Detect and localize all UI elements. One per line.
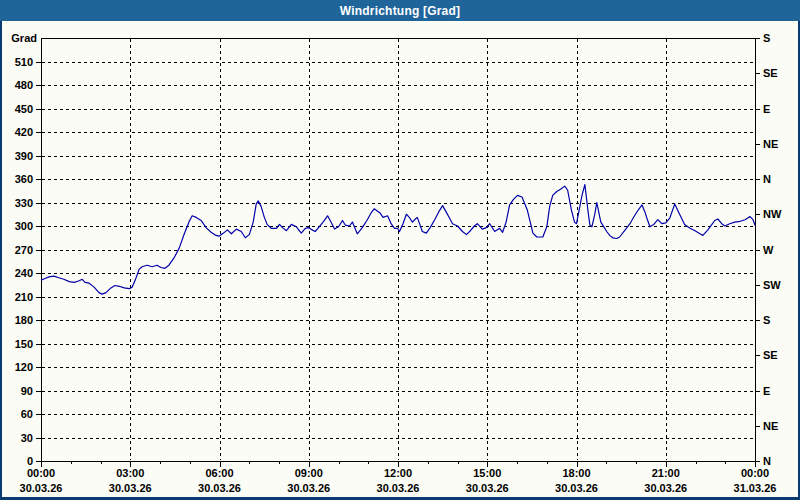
y-axis-tick-label: 390 <box>15 150 33 162</box>
x-axis-date-label: 30.03.26 <box>555 482 598 494</box>
y-axis-tick-label: 210 <box>15 291 33 303</box>
x-axis-time-label: 00:00 <box>741 467 769 479</box>
y-axis-tick-label: 30 <box>21 432 33 444</box>
y-axis-tick-label: 60 <box>21 408 33 420</box>
x-axis-date-label: 30.03.26 <box>109 482 152 494</box>
y-axis-tick-label: 180 <box>15 314 33 326</box>
x-axis-time-label: 21:00 <box>652 467 680 479</box>
compass-label: E <box>763 103 770 115</box>
compass-label: NE <box>763 138 778 150</box>
x-axis-date-label: 30.03.26 <box>466 482 509 494</box>
compass-label: SW <box>763 279 781 291</box>
chart-window: Windrichtung [Grad] Grad 030609012015018… <box>0 0 800 500</box>
x-axis-time-label: 18:00 <box>562 467 590 479</box>
x-axis-date-label: 30.03.26 <box>287 482 330 494</box>
y-axis-tick-label: 150 <box>15 338 33 350</box>
wind-direction-chart: 0306090120150180210240270300330360390420… <box>0 0 800 500</box>
y-axis-tick-label: 510 <box>15 56 33 68</box>
x-axis-date-label: 31.03.26 <box>734 482 777 494</box>
y-axis-tick-label: 420 <box>15 126 33 138</box>
y-axis-tick-label: 240 <box>15 267 33 279</box>
x-axis-date-label: 30.03.26 <box>198 482 241 494</box>
y-axis-tick-label: 270 <box>15 244 33 256</box>
compass-label: SE <box>763 349 778 361</box>
compass-label: SE <box>763 67 778 79</box>
x-axis-time-label: 09:00 <box>295 467 323 479</box>
y-axis-tick-label: 360 <box>15 173 33 185</box>
compass-label: W <box>763 244 774 256</box>
y-axis-tick-label: 450 <box>15 103 33 115</box>
y-axis-tick-label: 330 <box>15 197 33 209</box>
x-axis-time-label: 12:00 <box>384 467 412 479</box>
x-axis-date-label: 30.03.26 <box>377 482 420 494</box>
y-axis-tick-label: 300 <box>15 220 33 232</box>
compass-label: NE <box>763 420 778 432</box>
x-axis-time-label: 06:00 <box>205 467 233 479</box>
compass-label: N <box>763 455 771 467</box>
y-axis-tick-label: 120 <box>15 361 33 373</box>
compass-label: E <box>763 385 770 397</box>
x-axis-time-label: 15:00 <box>473 467 501 479</box>
x-axis-date-label: 30.03.26 <box>20 482 63 494</box>
compass-label: NW <box>763 208 782 220</box>
x-axis-time-label: 00:00 <box>27 467 55 479</box>
x-axis-time-label: 03:00 <box>116 467 144 479</box>
y-axis-tick-label: 0 <box>27 455 33 467</box>
compass-label: N <box>763 173 771 185</box>
compass-label: S <box>763 314 770 326</box>
x-axis-date-label: 30.03.26 <box>644 482 687 494</box>
compass-label: S <box>763 32 770 44</box>
y-axis-tick-label: 90 <box>21 385 33 397</box>
y-axis-tick-label: 480 <box>15 79 33 91</box>
